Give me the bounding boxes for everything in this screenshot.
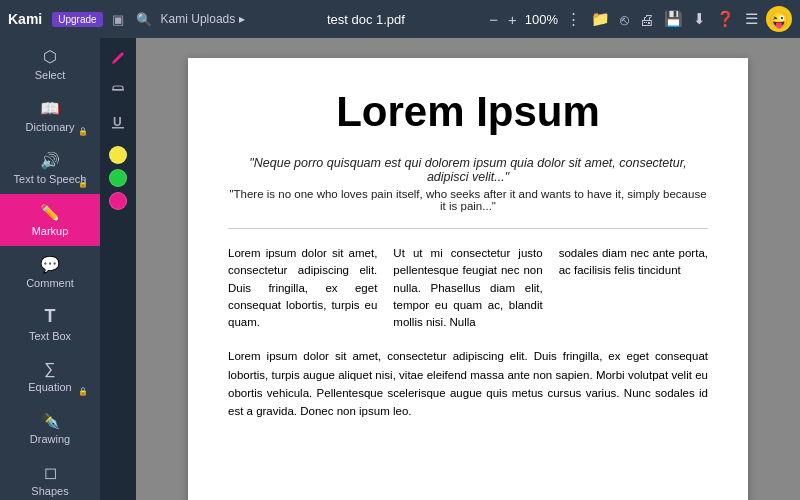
svg-text:U: U bbox=[113, 115, 122, 129]
download-icon[interactable]: ⬇ bbox=[691, 10, 708, 28]
doc-quote1: "Neque porro quisquam est qui dolorem ip… bbox=[228, 156, 708, 184]
sidebar-item-equation[interactable]: ∑ Equation 🔒 bbox=[0, 350, 100, 402]
doc-col3: sodales diam nec ante porta, ac facilisi… bbox=[559, 245, 708, 331]
filename: test doc 1.pdf bbox=[251, 12, 482, 27]
textbox-icon: T bbox=[45, 306, 56, 327]
menu-icon[interactable]: ☰ bbox=[743, 10, 760, 28]
document-area: Lorem Ipsum "Neque porro quisquam est qu… bbox=[136, 38, 800, 500]
strikethrough-tool[interactable] bbox=[104, 76, 132, 104]
svg-rect-2 bbox=[112, 127, 124, 129]
doc-title: Lorem Ipsum bbox=[228, 88, 708, 136]
save-icon[interactable]: 💾 bbox=[662, 10, 685, 28]
doc-divider bbox=[228, 228, 708, 229]
sidebar-item-select[interactable]: ⬡ Select bbox=[0, 38, 100, 90]
markup-icon: ✏️ bbox=[40, 203, 60, 222]
doc-quote2: "There is no one who loves pain itself, … bbox=[228, 188, 708, 212]
color-pink[interactable] bbox=[109, 192, 127, 210]
doc-col1: Lorem ipsum dolor sit amet, consectetur … bbox=[228, 245, 377, 331]
folder-icon[interactable]: 📁 bbox=[589, 10, 612, 28]
shapes-icon: ◻ bbox=[44, 463, 57, 482]
color-green[interactable] bbox=[109, 169, 127, 187]
sidebar-item-shapes[interactable]: ◻ Shapes bbox=[0, 454, 100, 500]
sidebar-item-tts[interactable]: 🔊 Text to Speech 🔒 bbox=[0, 142, 100, 194]
sidebar-item-label: Text to Speech bbox=[14, 173, 87, 185]
color-palette bbox=[109, 146, 127, 210]
zoom-in-button[interactable]: + bbox=[506, 11, 519, 28]
zoom-menu-button[interactable]: ⋮ bbox=[564, 10, 583, 28]
zoom-controls: − + 100% ⋮ 📁 ⎋ 🖨 💾 ⬇ ❓ ☰ 😜 bbox=[487, 6, 792, 32]
topbar-search-icon[interactable]: 🔍 bbox=[133, 12, 155, 27]
drawing-icon: ✒️ bbox=[40, 411, 60, 430]
tts-icon: 🔊 bbox=[40, 151, 60, 170]
sidebar-item-label: Comment bbox=[26, 277, 74, 289]
sidebar-item-label: Dictionary bbox=[26, 121, 75, 133]
color-yellow[interactable] bbox=[109, 146, 127, 164]
doc-paragraph: Lorem ipsum dolor sit amet, consectetur … bbox=[228, 347, 708, 421]
sidebar-item-comment[interactable]: 💬 Comment bbox=[0, 246, 100, 298]
pdf-page: Lorem Ipsum "Neque porro quisquam est qu… bbox=[188, 58, 748, 500]
topbar-tab-icon: ▣ bbox=[109, 12, 127, 27]
select-icon: ⬡ bbox=[43, 47, 57, 66]
underline-tool[interactable]: U bbox=[104, 108, 132, 136]
zoom-out-button[interactable]: − bbox=[487, 11, 500, 28]
topbar: Kami Upgrade ▣ 🔍 Kami Uploads ▸ test doc… bbox=[0, 0, 800, 38]
help-icon[interactable]: ❓ bbox=[714, 10, 737, 28]
zoom-level: 100% bbox=[525, 12, 558, 27]
breadcrumb[interactable]: Kami Uploads ▸ bbox=[161, 12, 245, 26]
share-icon[interactable]: ⎋ bbox=[618, 11, 631, 28]
equation-icon: ∑ bbox=[44, 360, 55, 378]
sidebar-item-label: Text Box bbox=[29, 330, 71, 342]
comment-icon: 💬 bbox=[40, 255, 60, 274]
main-layout: ⬡ Select 📖 Dictionary 🔒 🔊 Text to Speech… bbox=[0, 38, 800, 500]
dictionary-icon: 📖 bbox=[40, 99, 60, 118]
sidebar-item-label: Equation bbox=[28, 381, 71, 393]
sidebar-item-dictionary[interactable]: 📖 Dictionary 🔒 bbox=[0, 90, 100, 142]
avatar[interactable]: 😜 bbox=[766, 6, 792, 32]
sidebar-item-label: Drawing bbox=[30, 433, 70, 445]
lock-badge: 🔒 bbox=[78, 179, 88, 188]
sidebar-item-label: Markup bbox=[32, 225, 69, 237]
lock-badge: 🔒 bbox=[78, 387, 88, 396]
sidebar-item-label: Shapes bbox=[31, 485, 68, 497]
doc-col2: Ut ut mi consectetur justo pellentesque … bbox=[393, 245, 542, 331]
doc-columns: Lorem ipsum dolor sit amet, consectetur … bbox=[228, 245, 708, 331]
upgrade-button[interactable]: Upgrade bbox=[52, 12, 102, 27]
pen-tool[interactable] bbox=[104, 44, 132, 72]
sidebar: ⬡ Select 📖 Dictionary 🔒 🔊 Text to Speech… bbox=[0, 38, 100, 500]
sidebar-item-textbox[interactable]: T Text Box bbox=[0, 298, 100, 350]
print-icon[interactable]: 🖨 bbox=[637, 11, 656, 28]
sidebar-item-drawing[interactable]: ✒️ Drawing bbox=[0, 402, 100, 454]
sidebar-item-label: Select bbox=[35, 69, 66, 81]
app-logo: Kami bbox=[8, 11, 42, 27]
sub-toolbar: U bbox=[100, 38, 136, 500]
lock-badge: 🔒 bbox=[78, 127, 88, 136]
sidebar-item-markup[interactable]: ✏️ Markup bbox=[0, 194, 100, 246]
